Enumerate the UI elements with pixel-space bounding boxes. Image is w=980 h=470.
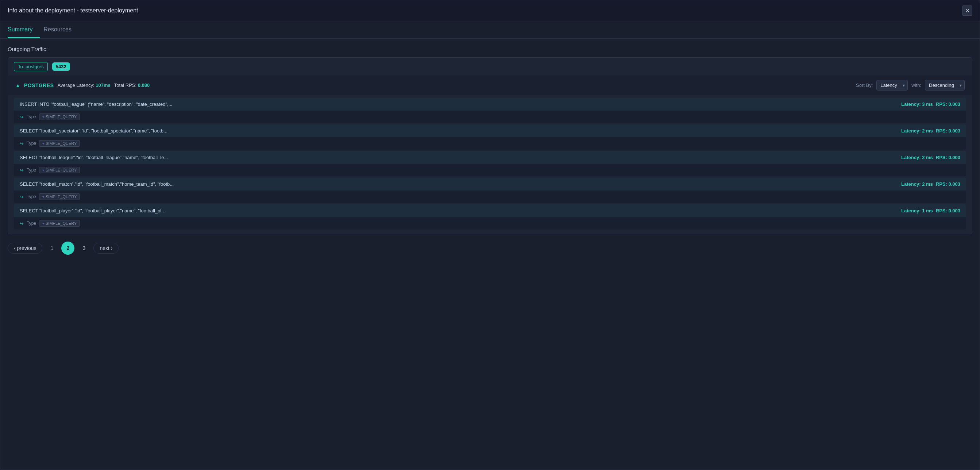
page-2-button[interactable]: 2 (61, 242, 75, 255)
type-badge: ▾ SIMPLE_QUERY (39, 220, 80, 226)
sort-by-label: Sort By: (856, 83, 873, 88)
query-main-row[interactable]: SELECT "football_league"."id", "football… (14, 151, 966, 164)
query-main-row[interactable]: SELECT "football_player"."id", "football… (14, 204, 966, 217)
title-bar: Info about the deployment - testserver-d… (0, 0, 980, 21)
postgres-card: To: postgres 5432 ▲ POSTGRES Average Lat… (8, 57, 972, 234)
query-rps: RPS: 0.003 (936, 208, 960, 213)
pagination: ‹ previous 1 2 3 next › (8, 234, 972, 262)
close-button[interactable]: ✕ (962, 5, 972, 16)
type-label: Type (27, 167, 36, 173)
page-1-button[interactable]: 1 (45, 242, 58, 255)
type-label: Type (27, 221, 36, 226)
tab-resources[interactable]: Resources (43, 21, 78, 38)
query-row: SELECT "football_league"."id", "football… (14, 151, 966, 176)
query-latency: Latency: 2 ms (901, 155, 933, 160)
sort-select-wrapper: Latency RPS (877, 80, 908, 91)
sub-arrow-icon: ↪ (20, 194, 24, 199)
query-main-row[interactable]: SELECT "football_spectator"."id", "footb… (14, 124, 966, 137)
total-rps-stat: Total RPS: 0.080 (114, 83, 150, 88)
postgres-db-label: POSTGRES (24, 83, 54, 88)
next-button[interactable]: next › (94, 243, 119, 253)
order-select[interactable]: Descending Ascending (925, 80, 965, 91)
query-main-row[interactable]: INSERT INTO "football_league" ("name", "… (14, 98, 966, 111)
postgres-section-header: ▲ POSTGRES Average Latency: 107ms Total … (8, 75, 972, 95)
avg-latency-stat: Average Latency: 107ms (58, 83, 111, 88)
query-sub-row: ↪ Type ▾ SIMPLE_QUERY (14, 164, 966, 176)
query-text: SELECT "football_spectator"."id", "footb… (20, 128, 898, 134)
main-content: Outgoing Traffic: To: postgres 5432 ▲ PO… (0, 39, 980, 470)
type-badge: ▾ SIMPLE_QUERY (39, 113, 80, 120)
query-rows: INSERT INTO "football_league" ("name", "… (8, 95, 972, 234)
type-label: Type (27, 141, 36, 146)
tab-bar: Summary Resources (0, 21, 980, 39)
page-3-button[interactable]: 3 (77, 242, 91, 255)
query-text: SELECT "football_match"."id", "football_… (20, 182, 898, 187)
sub-arrow-icon: ↪ (20, 141, 24, 146)
query-latency: Latency: 2 ms (901, 182, 933, 187)
query-row: SELECT "football_player"."id", "football… (14, 204, 966, 229)
sort-controls: Sort By: Latency RPS with: Descending As… (856, 80, 965, 91)
type-chevron-icon: ▾ (42, 221, 44, 226)
type-label: Type (27, 114, 36, 119)
sub-arrow-icon: ↪ (20, 221, 24, 226)
outgoing-traffic-label: Outgoing Traffic: (8, 46, 972, 52)
query-text: SELECT "football_player"."id", "football… (20, 208, 898, 213)
query-rps: RPS: 0.003 (936, 155, 960, 160)
type-badge: ▾ SIMPLE_QUERY (39, 167, 80, 173)
type-chevron-icon: ▾ (42, 115, 44, 119)
query-sub-row: ↪ Type ▾ SIMPLE_QUERY (14, 137, 966, 150)
query-row: INSERT INTO "football_league" ("name", "… (14, 98, 966, 123)
order-select-wrapper: Descending Ascending (925, 80, 965, 91)
query-rps: RPS: 0.003 (936, 102, 960, 107)
query-sub-row: ↪ Type ▾ SIMPLE_QUERY (14, 217, 966, 229)
tab-summary[interactable]: Summary (8, 21, 40, 38)
postgres-header-row: To: postgres 5432 (8, 57, 972, 75)
postgres-section-left: ▲ POSTGRES Average Latency: 107ms Total … (15, 83, 150, 88)
to-postgres-tag[interactable]: To: postgres (14, 62, 48, 71)
query-latency: Latency: 3 ms (901, 102, 933, 107)
query-row: SELECT "football_spectator"."id", "footb… (14, 124, 966, 150)
query-sub-row: ↪ Type ▾ SIMPLE_QUERY (14, 111, 966, 123)
type-chevron-icon: ▾ (42, 168, 44, 172)
sort-select[interactable]: Latency RPS (877, 80, 908, 91)
prev-button[interactable]: ‹ previous (8, 243, 42, 253)
collapse-icon[interactable]: ▲ (15, 83, 21, 88)
query-row: SELECT "football_match"."id", "football_… (14, 178, 966, 203)
query-latency: Latency: 2 ms (901, 128, 933, 134)
sub-arrow-icon: ↪ (20, 114, 24, 120)
query-rps: RPS: 0.003 (936, 128, 960, 134)
sub-arrow-icon: ↪ (20, 167, 24, 173)
type-label: Type (27, 194, 36, 199)
query-latency: Latency: 1 ms (901, 208, 933, 213)
type-chevron-icon: ▾ (42, 195, 44, 199)
main-window: Info about the deployment - testserver-d… (0, 0, 980, 470)
query-text: SELECT "football_league"."id", "football… (20, 155, 898, 160)
port-badge: 5432 (52, 62, 70, 71)
query-rps: RPS: 0.003 (936, 182, 960, 187)
window-title: Info about the deployment - testserver-d… (8, 7, 138, 14)
type-badge: ▾ SIMPLE_QUERY (39, 140, 80, 147)
type-chevron-icon: ▾ (42, 142, 44, 146)
with-label: with: (912, 83, 921, 88)
query-sub-row: ↪ Type ▾ SIMPLE_QUERY (14, 191, 966, 203)
query-main-row[interactable]: SELECT "football_match"."id", "football_… (14, 178, 966, 191)
query-text: INSERT INTO "football_league" ("name", "… (20, 102, 898, 107)
type-badge: ▾ SIMPLE_QUERY (39, 193, 80, 200)
